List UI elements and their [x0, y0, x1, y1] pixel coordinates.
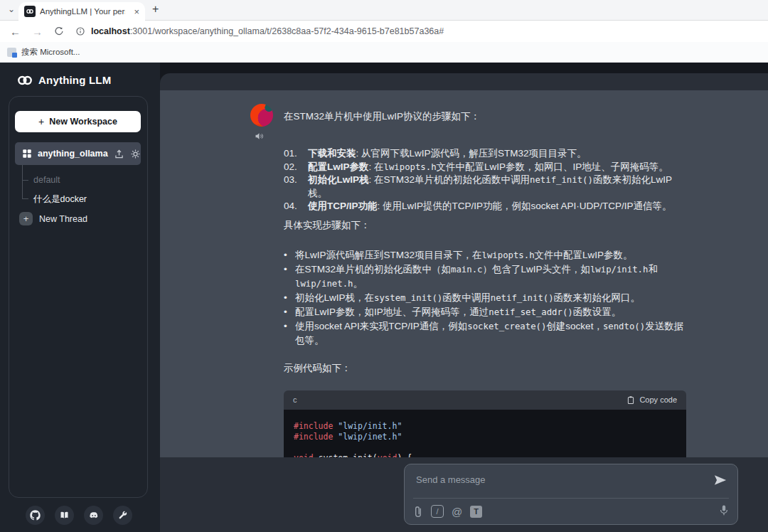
bookmark-item[interactable]: 搜索 Microsoft...: [21, 47, 80, 58]
site-info-icon[interactable]: [75, 26, 85, 36]
text-size-icon[interactable]: T: [470, 506, 482, 518]
settings-button[interactable]: [113, 506, 132, 525]
thread-tree-branch: [22, 180, 28, 181]
bookmark-favicon-icon: [7, 48, 16, 57]
app-logo-text: Anything LLM: [38, 74, 111, 86]
github-button[interactable]: [26, 506, 45, 525]
book-icon: [59, 510, 70, 521]
thread-tree-line: [22, 165, 23, 198]
bullet-item: •在STM32单片机的初始化函数中（如main.c）包含了LwIP头文件，如lw…: [284, 262, 686, 291]
chat-area: 在STM32单片机中使用LwIP协议的步骤如下： 01.下载和安装: 从官网下载…: [160, 90, 768, 457]
main-panel: 在STM32单片机中使用LwIP协议的步骤如下： 01.下载和安装: 从官网下载…: [160, 73, 768, 532]
step-item: 03.初始化LwIP栈: 在STM32单片机的初始化函数中调用netif_ini…: [284, 174, 686, 200]
bullet-item: •配置LwIP参数，如IP地址、子网掩码等，通过netif_set_addr()…: [284, 305, 686, 319]
anythingllm-app: Anything LLM + New Workspace anything_ol…: [0, 63, 768, 532]
thread-item-docker[interactable]: 什么是docker: [33, 193, 87, 206]
gear-icon[interactable]: [130, 149, 141, 159]
copy-code-button[interactable]: Copy code: [626, 395, 677, 405]
thread-tree-branch: [22, 198, 28, 199]
close-tab-icon[interactable]: ×: [134, 6, 139, 17]
send-icon[interactable]: [713, 474, 727, 489]
forward-icon[interactable]: →: [32, 26, 43, 38]
message-intro: 在STM32单片机中使用LwIP协议的步骤如下：: [284, 110, 686, 123]
bookmarks-bar: 搜索 Microsoft...: [0, 42, 768, 63]
wrench-icon: [117, 510, 128, 521]
anythingllm-logo-icon: [17, 75, 33, 86]
anythingllm-favicon-icon: [24, 6, 36, 17]
url-text: localhost:3001/workspace/anything_ollama…: [91, 26, 444, 36]
new-thread-button[interactable]: + New Thread: [19, 212, 87, 225]
thread-item-default[interactable]: default: [33, 175, 60, 185]
bullet-item: •将LwIP源代码解压到STM32项目目录下，在lwipopts.h文件中配置L…: [284, 248, 686, 262]
reload-icon[interactable]: [54, 26, 64, 36]
prompt-input-container[interactable]: / @ T: [404, 464, 738, 525]
slash-command-icon[interactable]: /: [431, 505, 444, 518]
step-item: 01.下载和安装: 从官网下载LwIP源代码，解压到STM32项目目录下。: [284, 147, 686, 161]
bullet-item: •使用socket API来实现TCP/IP通信，例如socket_create…: [284, 319, 686, 348]
back-icon[interactable]: ←: [10, 26, 21, 38]
sidebar-footer: [26, 506, 132, 525]
step-item: 02.配置LwIP参数: 在lwipopts.h文件中配置LwIP参数，如网口、…: [284, 161, 686, 174]
workspace-panel: + New Workspace anything_ollama default …: [9, 96, 148, 498]
app-logo: Anything LLM: [17, 74, 111, 86]
step-item: 04.使用TCP/IP功能: 使用LwIP提供的TCP/IP功能，例如socke…: [284, 200, 686, 213]
assistant-message: 在STM32单片机中使用LwIP协议的步骤如下： 01.下载和安装: 从官网下载…: [284, 110, 686, 457]
tab-list-chevron-icon[interactable]: ⌄: [8, 4, 15, 14]
tab-title: AnythingLLM | Your pers: [40, 7, 125, 16]
codeline-item: [294, 442, 676, 453]
mention-icon[interactable]: @: [452, 506, 462, 518]
message-subheading: 具体实现步骤如下：: [284, 219, 686, 232]
code-intro-text: 示例代码如下：: [284, 362, 686, 375]
discord-button[interactable]: [84, 506, 103, 525]
assistant-avatar: [250, 104, 273, 127]
sidebar: Anything LLM + New Workspace anything_ol…: [0, 63, 160, 532]
code-block-header: c Copy code: [284, 390, 686, 410]
numbered-step-list: 01.下载和安装: 从官网下载LwIP源代码，解压到STM32项目目录下。02.…: [284, 147, 686, 213]
sidebar-item-workspace[interactable]: anything_ollama: [15, 142, 141, 165]
browser-toolbar: ← → localhost:3001/workspace/anything_ol…: [0, 21, 768, 42]
browser-tab[interactable]: AnythingLLM | Your pers ×: [18, 2, 145, 21]
input-toolbar: / @ T: [413, 498, 729, 524]
microphone-icon[interactable]: [719, 504, 729, 519]
new-tab-button[interactable]: +: [152, 3, 159, 16]
code-language-label: c: [293, 395, 297, 404]
clipboard-icon: [626, 395, 635, 405]
upload-icon[interactable]: [114, 149, 124, 159]
message-input[interactable]: [415, 472, 706, 487]
plus-icon: +: [19, 212, 33, 225]
browser-tab-strip: ⌄ AnythingLLM | Your pers × +: [0, 0, 768, 21]
url-bar[interactable]: localhost:3001/workspace/anything_ollama…: [75, 26, 444, 36]
prompt-band: / @ T: [160, 457, 768, 532]
attach-file-icon[interactable]: [413, 506, 423, 518]
github-icon: [30, 510, 41, 521]
codeline-item: #include "lwip/inet.h": [294, 432, 676, 442]
codeline-item: #include "lwip/init.h": [294, 421, 676, 432]
bullet-list: •将LwIP源代码解压到STM32项目目录下，在lwipopts.h文件中配置L…: [284, 248, 686, 348]
discord-icon: [88, 510, 100, 521]
docs-button[interactable]: [55, 506, 74, 525]
grid-icon: [22, 149, 32, 159]
plus-icon: +: [38, 116, 44, 127]
screen: ⌄ AnythingLLM | Your pers × + ← → localh…: [0, 0, 768, 532]
code-block-body: #include "lwip/init.h"#include "lwip/ine…: [284, 410, 686, 458]
new-workspace-button[interactable]: + New Workspace: [15, 111, 141, 132]
speaker-icon[interactable]: [254, 131, 265, 144]
code-block: c Copy code #include "lwip/init.h"#inclu…: [284, 390, 686, 458]
bullet-item: •初始化LwIP栈，在system_init()函数中调用netif_init(…: [284, 291, 686, 305]
